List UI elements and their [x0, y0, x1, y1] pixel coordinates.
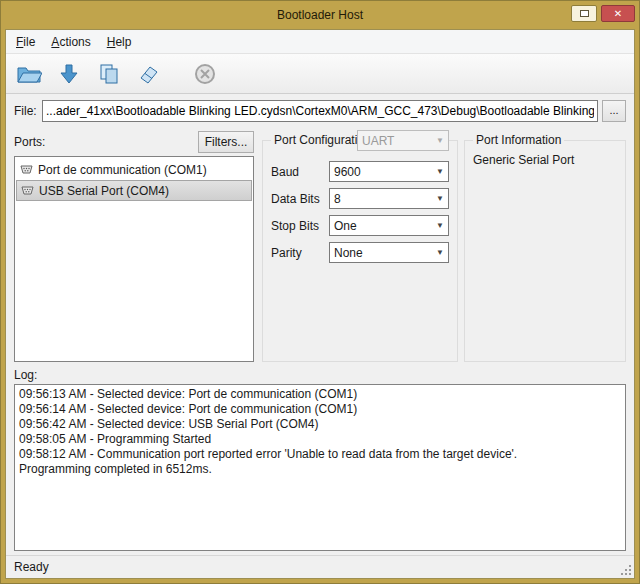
data-bits-dropdown[interactable]: 8 ▼ [329, 188, 449, 209]
baud-label: Baud [271, 165, 329, 179]
download-arrow-icon [58, 63, 80, 85]
verify-button[interactable] [94, 59, 124, 89]
statusbar: Ready [6, 555, 634, 578]
menubar: File Actions Help [6, 30, 634, 54]
close-button[interactable]: ✕ [601, 5, 635, 22]
toolbar [6, 54, 634, 94]
port-type-value: UART [362, 134, 394, 148]
file-path-input[interactable] [42, 100, 598, 122]
log-line: Programming completed in 6512ms. [19, 462, 621, 477]
menu-actions[interactable]: Actions [43, 32, 98, 52]
eraser-icon [138, 63, 160, 85]
chevron-down-icon: ▼ [432, 221, 448, 230]
menu-file[interactable]: File [8, 32, 43, 52]
log-line: 09:58:05 AM - Programming Started [19, 432, 621, 447]
minimize-icon [580, 10, 589, 17]
file-row: File: ... [14, 100, 626, 122]
stop-bits-row: Stop Bits One ▼ [271, 215, 449, 236]
window-title: Bootloader Host [1, 8, 639, 22]
open-folder-icon [16, 63, 42, 85]
log-line: 09:56:13 AM - Selected device: Port de c… [19, 387, 621, 402]
baud-dropdown[interactable]: 9600 ▼ [329, 161, 449, 182]
log-line: 09:58:12 AM - Communication port reporte… [19, 447, 621, 462]
file-label: File: [14, 104, 42, 118]
log-line: 09:56:42 AM - Selected device: USB Seria… [19, 417, 621, 432]
right-panel: Port Configuration UART ▼ Baud 9600 ▼ [262, 130, 626, 362]
port-information-text: Generic Serial Port [473, 153, 617, 167]
parity-dropdown[interactable]: None ▼ [329, 242, 449, 263]
window-buttons: ✕ [571, 1, 635, 29]
data-bits-value: 8 [334, 192, 341, 206]
chevron-down-icon: ▼ [432, 248, 448, 257]
port-information-title: Port Information [473, 133, 564, 147]
resize-grip[interactable] [620, 564, 633, 577]
port-list-item-com4[interactable]: USB Serial Port (COM4) [16, 180, 252, 201]
port-item-label: Port de communication (COM1) [38, 163, 207, 177]
program-button[interactable] [54, 59, 84, 89]
serial-port-icon [21, 185, 34, 196]
chevron-down-icon: ▼ [432, 167, 448, 176]
main-row: Ports: Filters... [14, 130, 626, 362]
titlebar[interactable]: Bootloader Host ✕ [1, 1, 639, 29]
chevron-down-icon: ▼ [432, 136, 448, 145]
abort-button [190, 59, 220, 89]
client-area: File Actions Help [5, 29, 635, 579]
data-bits-label: Data Bits [271, 192, 329, 206]
menu-help[interactable]: Help [99, 32, 140, 52]
close-icon: ✕ [614, 8, 622, 19]
ports-header: Ports: Filters... [14, 130, 254, 154]
baud-value: 9600 [334, 165, 361, 179]
filters-button[interactable]: Filters... [198, 131, 254, 153]
copy-pages-icon [98, 63, 120, 85]
baud-row: Baud 9600 ▼ [271, 161, 449, 182]
status-text: Ready [14, 560, 49, 574]
ports-label: Ports: [14, 135, 45, 149]
port-type-dropdown[interactable]: UART ▼ [357, 130, 449, 151]
parity-row: Parity None ▼ [271, 242, 449, 263]
parity-label: Parity [271, 246, 329, 260]
data-bits-row: Data Bits 8 ▼ [271, 188, 449, 209]
stop-bits-label: Stop Bits [271, 219, 329, 233]
chevron-down-icon: ▼ [432, 194, 448, 203]
log-label: Log: [14, 368, 626, 382]
stop-bits-dropdown[interactable]: One ▼ [329, 215, 449, 236]
cancel-circle-icon [194, 63, 216, 85]
port-item-label: USB Serial Port (COM4) [39, 184, 169, 198]
serial-port-icon [20, 164, 33, 175]
port-information-group: Port Information Generic Serial Port [464, 140, 626, 362]
erase-button[interactable] [134, 59, 164, 89]
minimize-button[interactable] [571, 5, 597, 22]
port-configuration-group: Port Configuration UART ▼ Baud 9600 ▼ [262, 140, 458, 362]
bootloader-host-window: Bootloader Host ✕ File Actions Help [0, 0, 640, 584]
content-area: File: ... Ports: Filters... [6, 94, 634, 555]
log-line: 09:56:14 AM - Selected device: Port de c… [19, 402, 621, 417]
port-list-item-com1[interactable]: Port de communication (COM1) [16, 159, 252, 180]
browse-button[interactable]: ... [602, 100, 626, 122]
open-file-button[interactable] [14, 59, 44, 89]
log-box[interactable]: 09:56:13 AM - Selected device: Port de c… [14, 384, 626, 551]
ports-panel: Ports: Filters... [14, 130, 254, 362]
parity-value: None [334, 246, 363, 260]
stop-bits-value: One [334, 219, 357, 233]
ports-list[interactable]: Port de communication (COM1) USB Serial [14, 156, 254, 362]
